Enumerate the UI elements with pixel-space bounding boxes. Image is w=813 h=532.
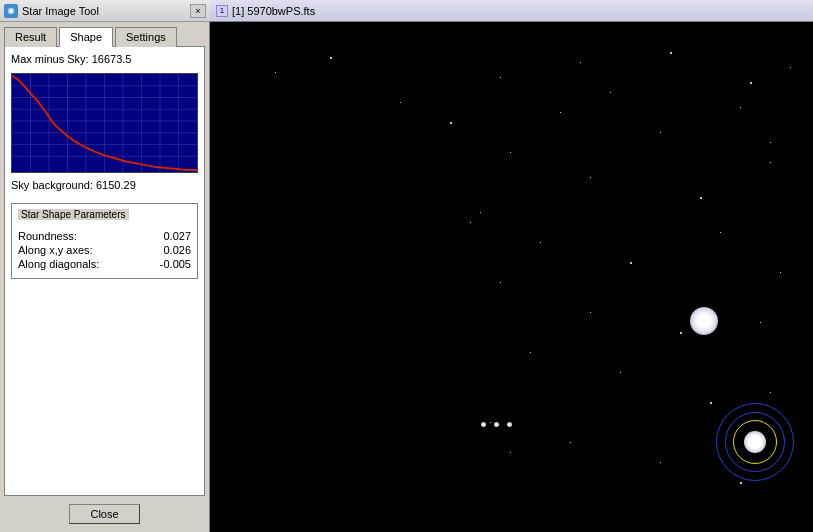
tiny-star: [680, 332, 682, 334]
tiny-star: [560, 112, 561, 113]
tiny-star: [700, 197, 702, 199]
close-button[interactable]: Close: [69, 504, 139, 524]
cluster-dot: [494, 422, 499, 427]
shape-chart: [11, 73, 198, 173]
svg-point-1: [9, 9, 13, 13]
tiny-star: [710, 402, 712, 404]
image-panel: 1 [1] 5970bwPS.fts: [210, 0, 813, 532]
sky-background-row: Sky background: 6150.29: [11, 179, 198, 191]
tiny-star: [610, 92, 611, 93]
tiny-star: [660, 132, 661, 133]
tiny-star: [750, 82, 752, 84]
tiny-star: [510, 452, 511, 453]
param-roundness-label: Roundness:: [18, 230, 77, 242]
params-legend: Star Shape Parameters: [18, 209, 129, 220]
param-xyaxes-value: 0.026: [163, 244, 191, 256]
tiny-star: [790, 67, 791, 68]
tiny-star: [580, 62, 581, 63]
tiny-star: [630, 262, 632, 264]
tiny-star: [500, 282, 501, 283]
tiny-star: [670, 52, 672, 54]
main-container: Star Image Tool × Result Shape Settings …: [0, 0, 813, 532]
close-icon[interactable]: ×: [190, 4, 206, 18]
tiny-star: [500, 77, 501, 78]
cluster-dot: [507, 422, 512, 427]
tiny-star: [530, 352, 531, 353]
left-panel: Star Image Tool × Result Shape Settings …: [0, 0, 210, 532]
param-diagonals-value: -0.005: [160, 258, 191, 270]
app-title: Star Image Tool: [22, 5, 190, 17]
tiny-star: [660, 462, 661, 463]
tiny-star: [480, 212, 481, 213]
image-title-icon: 1: [216, 5, 228, 17]
panel-content: Max minus Sky: 16673.5: [4, 46, 205, 496]
tiny-star: [760, 322, 761, 323]
tab-result[interactable]: Result: [4, 27, 57, 47]
tiny-star: [770, 162, 771, 163]
tiny-star: [770, 142, 771, 143]
tiny-star: [570, 442, 571, 443]
image-title-bar: 1 [1] 5970bwPS.fts: [210, 0, 813, 22]
tab-settings[interactable]: Settings: [115, 27, 177, 47]
cluster-dot: [481, 422, 486, 427]
tiny-star: [470, 222, 471, 223]
param-roundness-value: 0.027: [163, 230, 191, 242]
app-icon: [4, 4, 18, 18]
tiny-star: [400, 102, 401, 103]
param-xyaxes-row: Along x,y axes: 0.026: [18, 244, 191, 256]
sky-background-label: Sky background:: [11, 179, 93, 191]
tiny-star: [740, 482, 742, 484]
sky-background-value: 6150.29: [96, 179, 136, 191]
tiny-star: [275, 72, 276, 73]
param-roundness-row: Roundness: 0.027: [18, 230, 191, 242]
param-xyaxes-label: Along x,y axes:: [18, 244, 93, 256]
tiny-star: [740, 107, 741, 108]
max-minus-sky-value: 16673.5: [92, 53, 132, 65]
tiny-star: [510, 152, 511, 153]
title-bar: Star Image Tool ×: [0, 0, 210, 22]
star-cluster: [481, 422, 512, 427]
tiny-star: [540, 242, 541, 243]
close-btn-area: Close: [0, 496, 209, 532]
main-star: [690, 307, 718, 335]
tiny-star: [620, 372, 621, 373]
star-shape-params-box: Star Shape Parameters Roundness: 0.027 A…: [11, 203, 198, 279]
tiny-star: [770, 392, 771, 393]
param-diagonals-label: Along diagonals:: [18, 258, 99, 270]
star-canvas: [210, 22, 813, 532]
target-star-core: [744, 431, 766, 453]
tiny-star: [590, 312, 591, 313]
tab-bar: Result Shape Settings: [0, 22, 209, 46]
tiny-star: [780, 272, 781, 273]
tiny-star: [720, 232, 721, 233]
tab-shape[interactable]: Shape: [59, 27, 113, 47]
max-minus-sky-row: Max minus Sky: 16673.5: [11, 53, 198, 65]
image-title: [1] 5970bwPS.fts: [232, 5, 315, 17]
param-diagonals-row: Along diagonals: -0.005: [18, 258, 191, 270]
target-star-container: [715, 402, 795, 482]
tiny-star: [590, 177, 591, 178]
tiny-star: [330, 57, 332, 59]
max-minus-sky-label: Max minus Sky:: [11, 53, 89, 65]
tiny-star: [450, 122, 452, 124]
